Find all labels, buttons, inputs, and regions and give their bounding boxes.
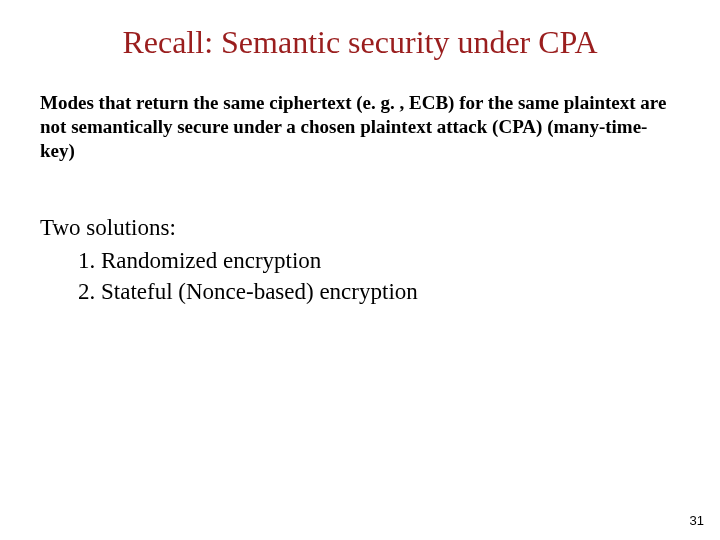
solutions-list: 1. Randomized encryption 2. Stateful (No… [40, 245, 680, 307]
list-item: 2. Stateful (Nonce-based) encryption [78, 276, 680, 307]
list-item: 1. Randomized encryption [78, 245, 680, 276]
page-number: 31 [690, 513, 704, 528]
intro-paragraph: Modes that return the same ciphertext (e… [40, 91, 680, 162]
slide-title: Recall: Semantic security under CPA [40, 24, 680, 61]
solutions-label: Two solutions: [40, 212, 680, 243]
